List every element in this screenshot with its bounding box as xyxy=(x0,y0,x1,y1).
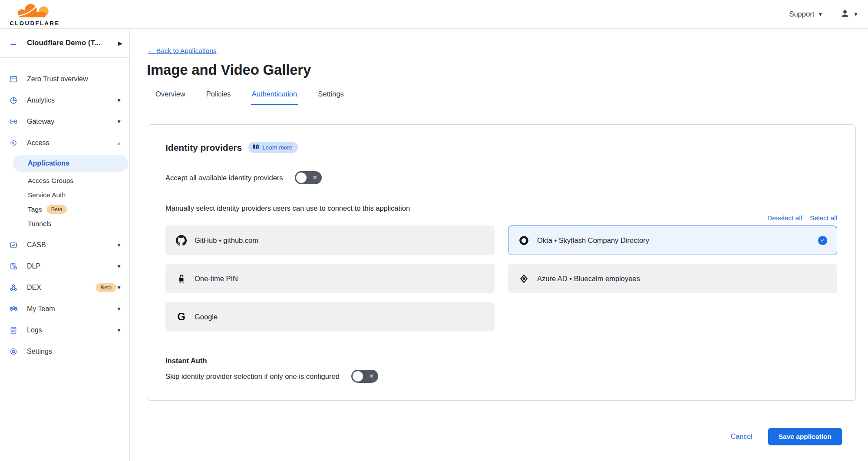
chevron-down-icon: ▼ xyxy=(116,285,122,291)
user-menu[interactable]: ▼ xyxy=(840,9,858,20)
chevron-down-icon: ▼ xyxy=(116,306,122,312)
document-lock-icon xyxy=(9,262,18,271)
idp-tile-azure-ad[interactable]: Azure AD • Bluecalm employees xyxy=(508,264,837,293)
idp-tile-github[interactable]: GitHub • github.com xyxy=(165,226,495,255)
brand-wordmark: CLOUDFLARE xyxy=(10,20,60,27)
browser-window-icon xyxy=(9,74,18,84)
github-icon xyxy=(175,235,187,246)
sidebar-item-analytics[interactable]: Analytics ▼ xyxy=(0,90,129,111)
sidebar-item-my-team[interactable]: My Team ▼ xyxy=(0,298,129,319)
beta-badge: Beta xyxy=(46,205,67,214)
cancel-button[interactable]: Cancel xyxy=(731,433,752,441)
gear-icon xyxy=(9,347,18,356)
sidebar-item-access-groups[interactable]: Access Groups xyxy=(0,173,129,188)
top-bar-right: Support ▼ ▼ xyxy=(789,9,858,20)
sidebar-nav: Zero Trust overview Analytics ▼ xyxy=(0,58,129,362)
manual-select-text: Manually select identity providers users… xyxy=(165,204,837,212)
sidebar-item-applications[interactable]: Applications xyxy=(13,155,128,172)
support-menu[interactable]: Support ▼ xyxy=(789,10,823,18)
gateway-icon xyxy=(9,117,18,126)
network-nodes-icon xyxy=(9,283,18,292)
sidebar-item-dex[interactable]: DEX Beta ▼ xyxy=(0,277,129,298)
instant-auth-heading: Instant Auth xyxy=(165,357,837,365)
chevron-down-icon: ▼ xyxy=(116,327,122,333)
footer-actions: Cancel Save application xyxy=(147,419,856,445)
chevron-right-icon: ▶ xyxy=(118,40,122,46)
sidebar-item-tags[interactable]: Tags Beta xyxy=(0,202,129,216)
back-to-applications-link[interactable]: ← Back to Applications xyxy=(148,47,217,55)
chevron-down-icon: ▼ xyxy=(818,11,823,17)
top-bar: CLOUDFLARE Support ▼ ▼ xyxy=(0,0,868,29)
back-arrow-icon[interactable]: ← xyxy=(9,38,18,48)
tab-bar: Overview Policies Authentication Setting… xyxy=(147,90,856,105)
sidebar-item-casb[interactable]: CASB ▼ xyxy=(0,234,129,255)
selected-check-icon: ✓ xyxy=(818,236,827,245)
account-name: Cloudflare Demo (T... xyxy=(27,39,118,47)
tab-settings[interactable]: Settings xyxy=(317,90,345,105)
team-icon xyxy=(9,304,18,314)
idp-tile-okta[interactable]: Okta • Skyflash Company Directory ✓ xyxy=(508,226,837,255)
cloudflare-cloud-icon xyxy=(10,2,59,21)
tab-overview[interactable]: Overview xyxy=(155,90,186,105)
idp-tile-grid: GitHub • github.com Okta • Skyflash Comp… xyxy=(165,226,837,332)
accept-all-label: Accept all available identity providers xyxy=(165,174,283,182)
toggle-x-icon: ✕ xyxy=(369,374,373,379)
sidebar-item-service-auth[interactable]: Service Auth xyxy=(0,188,129,202)
main-content: ← Back to Applications Image and Video G… xyxy=(130,29,868,461)
casb-box-check-icon xyxy=(9,240,18,250)
idp-tile-one-time-pin[interactable]: One-time PIN xyxy=(165,264,495,293)
user-icon xyxy=(840,9,850,20)
support-label: Support xyxy=(789,10,814,18)
azure-ad-icon xyxy=(518,273,530,284)
skip-selection-label: Skip identity provider selection if only… xyxy=(165,372,340,381)
toggle-knob xyxy=(353,371,363,381)
sidebar-item-tunnels[interactable]: Tunnels xyxy=(0,216,129,231)
sidebar-item-settings[interactable]: Settings xyxy=(0,341,129,362)
logs-document-icon xyxy=(9,325,18,335)
tab-authentication[interactable]: Authentication xyxy=(251,90,298,105)
tab-policies[interactable]: Policies xyxy=(205,90,232,105)
chevron-down-icon: ▼ xyxy=(853,11,858,17)
page-title: Image and Video Gallery xyxy=(147,62,856,78)
access-icon xyxy=(9,138,18,148)
chevron-down-icon: ▼ xyxy=(116,242,122,248)
accept-all-toggle[interactable]: ✕ xyxy=(295,171,322,184)
select-all-link[interactable]: Select all xyxy=(810,214,837,222)
pie-chart-icon xyxy=(9,96,18,105)
sidebar: ← Cloudflare Demo (T... ▶ Zero Trust ove… xyxy=(0,29,130,461)
instant-auth-toggle[interactable]: ✕ xyxy=(351,370,378,383)
sidebar-item-logs[interactable]: Logs ▼ xyxy=(0,319,129,341)
beta-badge: Beta xyxy=(96,283,116,292)
sidebar-item-access[interactable]: Access ▲ xyxy=(0,132,129,153)
chevron-down-icon: ▼ xyxy=(116,119,122,125)
deselect-all-link[interactable]: Deselect all xyxy=(767,214,802,222)
idp-tile-google[interactable]: G Google xyxy=(165,302,495,332)
okta-icon xyxy=(518,235,530,246)
chevron-down-icon: ▼ xyxy=(116,263,122,269)
learn-more-label: Learn more xyxy=(262,144,292,151)
toggle-knob xyxy=(296,172,307,183)
one-time-pin-icon xyxy=(175,273,187,284)
sidebar-item-zero-trust-overview[interactable]: Zero Trust overview xyxy=(0,68,129,90)
identity-providers-card: Identity providers Learn more Accept all… xyxy=(147,124,856,401)
cloudflare-logo[interactable]: CLOUDFLARE xyxy=(6,2,63,27)
zero-trust-dashboard: CLOUDFLARE Support ▼ ▼ ← C xyxy=(0,0,868,461)
learn-more-badge[interactable]: Learn more xyxy=(248,142,298,153)
sidebar-item-gateway[interactable]: Gateway ▼ xyxy=(0,111,129,132)
chevron-up-icon: ▲ xyxy=(116,140,122,146)
toggle-x-icon: ✕ xyxy=(313,175,317,181)
account-switcher[interactable]: ← Cloudflare Demo (T... ▶ xyxy=(0,29,129,58)
save-application-button[interactable]: Save application xyxy=(768,428,842,445)
google-icon: G xyxy=(175,312,187,322)
chevron-down-icon: ▼ xyxy=(116,97,122,103)
sidebar-item-dlp[interactable]: DLP ▼ xyxy=(0,255,129,277)
book-icon xyxy=(252,144,259,151)
identity-providers-heading: Identity providers xyxy=(165,143,242,153)
